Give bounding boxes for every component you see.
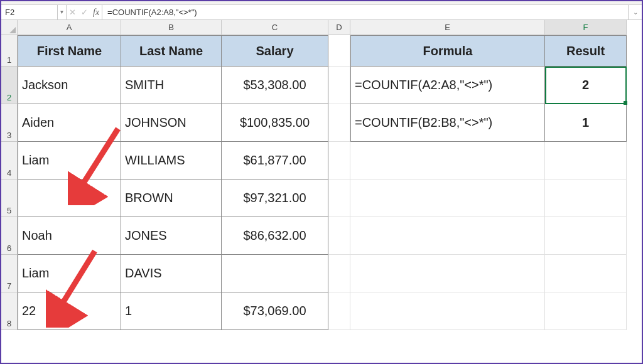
cell-first-name[interactable]: 22 — [18, 292, 121, 330]
cell-D7[interactable] — [328, 255, 350, 292]
table-row: Aiden JOHNSON $100,835.00 =COUNTIF(B2:B8… — [18, 104, 627, 142]
row-headers-column: 1 2 3 4 5 6 7 8 — [1, 20, 18, 363]
cell-last-name[interactable]: SMITH — [121, 67, 222, 104]
row-header-3[interactable]: 3 — [1, 104, 18, 142]
table-row: Noah JONES $86,632.00 — [18, 217, 627, 255]
cell-salary[interactable]: $53,308.00 — [222, 67, 328, 104]
cell-last-name[interactable]: JOHNSON — [121, 104, 222, 142]
cell-D1[interactable] — [328, 35, 350, 67]
cell-first-name[interactable] — [18, 179, 121, 217]
header-result[interactable]: Result — [545, 35, 627, 67]
column-headers: A B C D E F — [18, 20, 627, 35]
header-formula[interactable]: Formula — [350, 35, 545, 67]
cell-result[interactable]: 1 — [545, 104, 627, 142]
col-header-B[interactable]: B — [121, 20, 222, 35]
cell-D4[interactable] — [328, 142, 350, 179]
row-header-7[interactable]: 7 — [1, 255, 18, 292]
cell-last-name[interactable]: BROWN — [121, 179, 222, 217]
cell-F6[interactable] — [545, 217, 627, 255]
row-header-4[interactable]: 4 — [1, 142, 18, 179]
spreadsheet-grid: 1 2 3 4 5 6 7 8 A B C D E F First Name L… — [1, 20, 642, 363]
cell-formula[interactable]: =COUNTIF(B2:B8,"<>*") — [350, 104, 545, 142]
cell-F5[interactable] — [545, 179, 627, 217]
select-all-corner[interactable] — [1, 20, 18, 35]
cell-salary[interactable]: $100,835.00 — [222, 104, 328, 142]
col-header-F[interactable]: F — [545, 20, 627, 35]
row-header-1[interactable]: 1 — [1, 35, 18, 67]
cell-D6[interactable] — [328, 217, 350, 255]
name-box-dropdown[interactable]: ▼ — [58, 5, 67, 19]
cell-E8[interactable] — [350, 292, 545, 330]
cell-first-name[interactable]: Aiden — [18, 104, 121, 142]
cell-E6[interactable] — [350, 217, 545, 255]
cell-first-name[interactable]: Noah — [18, 217, 121, 255]
cell-D3[interactable] — [328, 104, 350, 142]
table-row: Liam WILLIAMS $61,877.00 — [18, 142, 627, 179]
cell-D5[interactable] — [328, 179, 350, 217]
cell-salary[interactable]: $61,877.00 — [222, 142, 328, 179]
table-row: Jackson SMITH $53,308.00 =COUNTIF(A2:A8,… — [18, 67, 627, 104]
cell-E4[interactable] — [350, 142, 545, 179]
name-box[interactable]: F2 — [1, 5, 58, 19]
cell-D8[interactable] — [328, 292, 350, 330]
cell-salary[interactable]: $86,632.00 — [222, 217, 328, 255]
cell-salary[interactable]: $97,321.00 — [222, 179, 328, 217]
row-header-2[interactable]: 2 — [1, 67, 18, 104]
table-row: BROWN $97,321.00 — [18, 179, 627, 217]
cell-F8[interactable] — [545, 292, 627, 330]
cell-E7[interactable] — [350, 255, 545, 292]
cell-formula[interactable]: =COUNTIF(A2:A8,"<>*") — [350, 67, 545, 104]
cell-last-name[interactable]: 1 — [121, 292, 222, 330]
cell-E5[interactable] — [350, 179, 545, 217]
cell-last-name[interactable]: WILLIAMS — [121, 142, 222, 179]
row-header-5[interactable]: 5 — [1, 179, 18, 217]
cancel-icon[interactable]: ✕ — [69, 8, 76, 17]
col-header-C[interactable]: C — [222, 20, 328, 35]
confirm-icon[interactable]: ✓ — [81, 8, 88, 17]
cell-D2[interactable] — [328, 67, 350, 104]
formula-bar: F2 ▼ ✕ ✓ fx =COUNTIF(A2:A8,"<>*") ⌄ — [1, 5, 642, 20]
cell-first-name[interactable]: Liam — [18, 255, 121, 292]
table-row: 22 1 $73,069.00 — [18, 292, 627, 330]
col-header-E[interactable]: E — [350, 20, 545, 35]
cell-salary[interactable]: $73,069.00 — [222, 292, 328, 330]
cell-salary[interactable] — [222, 255, 328, 292]
row-header-8[interactable]: 8 — [1, 292, 18, 330]
table-row: Liam DAVIS — [18, 255, 627, 292]
header-last-name[interactable]: Last Name — [121, 35, 222, 67]
header-first-name[interactable]: First Name — [18, 35, 121, 67]
cell-result[interactable]: 2 — [545, 67, 627, 104]
cell-first-name[interactable]: Jackson — [18, 67, 121, 104]
table-row: First Name Last Name Salary Formula Resu… — [18, 35, 627, 67]
row-header-6[interactable]: 6 — [1, 217, 18, 255]
cell-last-name[interactable]: JONES — [121, 217, 222, 255]
header-salary[interactable]: Salary — [222, 35, 328, 67]
formula-input[interactable]: =COUNTIF(A2:A8,"<>*") — [102, 8, 628, 17]
cell-first-name[interactable]: Liam — [18, 142, 121, 179]
formula-bar-expand[interactable]: ⌄ — [628, 5, 642, 19]
fx-icon[interactable]: fx — [93, 8, 99, 18]
cell-F7[interactable] — [545, 255, 627, 292]
formula-bar-controls: ✕ ✓ fx — [67, 5, 102, 19]
cells-area: A B C D E F First Name Last Name Salary … — [18, 20, 627, 363]
col-header-D[interactable]: D — [328, 20, 350, 35]
cell-F4[interactable] — [545, 142, 627, 179]
cell-last-name[interactable]: DAVIS — [121, 255, 222, 292]
col-header-A[interactable]: A — [18, 20, 121, 35]
